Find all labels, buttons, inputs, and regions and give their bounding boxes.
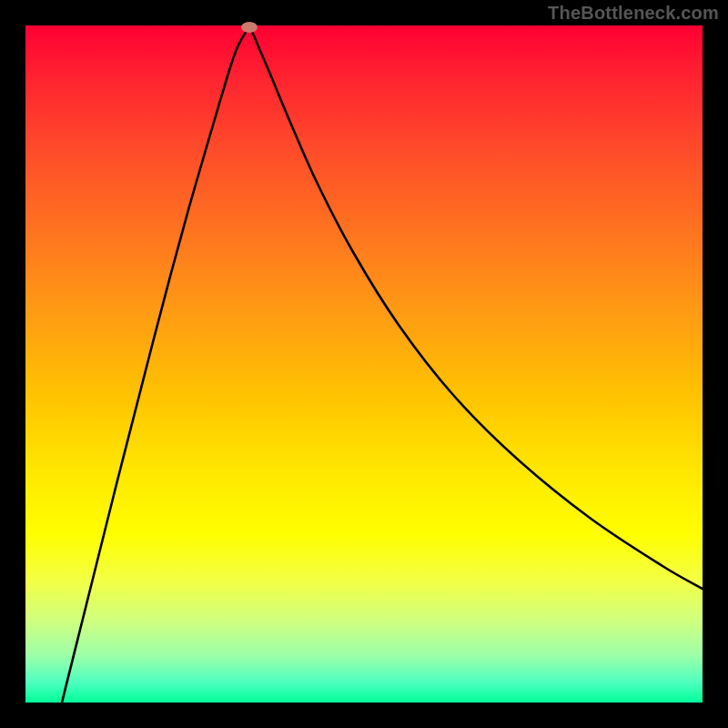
bottleneck-curve bbox=[25, 25, 703, 703]
optimum-marker bbox=[241, 22, 258, 33]
watermark-text: TheBottleneck.com bbox=[548, 4, 719, 22]
chart-frame: TheBottleneck.com bbox=[0, 0, 728, 728]
